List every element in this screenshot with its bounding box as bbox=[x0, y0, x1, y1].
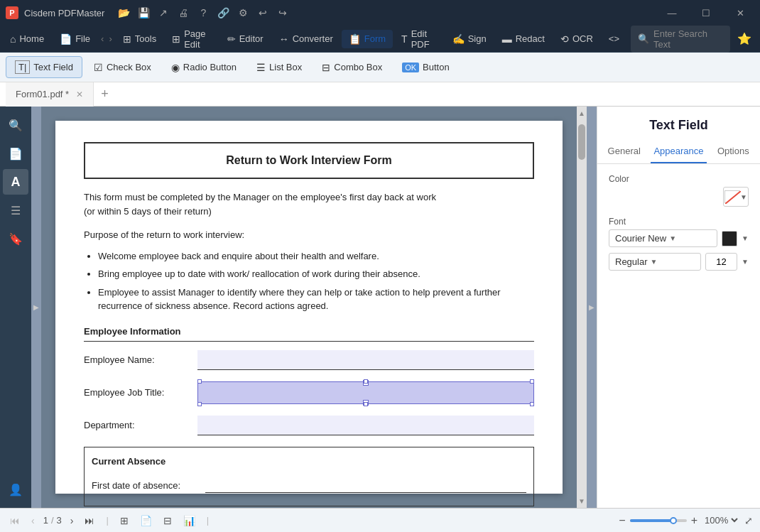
menu-tools[interactable]: ⊞ Tools bbox=[116, 30, 163, 48]
panel-body: Color ▼ bbox=[597, 164, 760, 281]
menu-sign[interactable]: ✍ Sign bbox=[445, 30, 494, 48]
zoom-dropdown[interactable]: 100% 75% 125% 150% bbox=[702, 514, 740, 526]
field-box-name[interactable] bbox=[197, 350, 534, 370]
pdf-bullets: Welcome employee back and enquire about … bbox=[98, 249, 534, 313]
menu-redact[interactable]: ▬ Redact bbox=[495, 30, 552, 48]
zoom-plus-button[interactable]: + bbox=[691, 514, 697, 527]
scroll-knob[interactable] bbox=[578, 124, 585, 160]
pdf-bullet-3: Employee to assist Manager to identify w… bbox=[98, 286, 534, 313]
handle-tl bbox=[197, 379, 202, 384]
tab-form01[interactable]: Form01.pdf * ✕ bbox=[6, 82, 94, 107]
toolbar: T| Text Field ☑ Check Box ◉ Radio Button… bbox=[0, 53, 760, 82]
font-color-arrow[interactable]: ▼ bbox=[742, 234, 749, 242]
nav-next-button[interactable]: › bbox=[67, 514, 77, 528]
menu-edit-pdf[interactable]: T Edit PDF bbox=[394, 25, 444, 53]
search-box[interactable]: 🔍 Enter Search Text bbox=[631, 26, 730, 53]
button-button[interactable]: OK Button bbox=[393, 58, 458, 76]
zoom-controls: − + 100% 75% 125% 150% ⤢ bbox=[619, 514, 753, 527]
split-icon[interactable]: ⊟ bbox=[161, 514, 175, 528]
sidebar-text-icon[interactable]: A bbox=[3, 169, 28, 195]
font-style-dropdown[interactable]: Regular ▼ bbox=[609, 253, 701, 271]
search-placeholder: Enter Search Text bbox=[653, 28, 723, 50]
sidebar-user-icon[interactable]: 👤 bbox=[3, 477, 28, 502]
open-file-icon[interactable]: 📂 bbox=[116, 5, 131, 21]
menu-page-edit[interactable]: ⊞ Page Edit bbox=[165, 25, 219, 53]
font-size-arrow[interactable]: ▼ bbox=[742, 258, 749, 266]
sidebar-bookmark-icon[interactable]: 🔖 bbox=[3, 226, 28, 251]
menu-file[interactable]: 📄 File bbox=[53, 30, 97, 48]
font-size-input[interactable] bbox=[705, 253, 737, 271]
expand-button[interactable]: ⤢ bbox=[744, 515, 753, 526]
zoom-bar[interactable] bbox=[630, 519, 687, 522]
nav-prev-button[interactable]: ‹ bbox=[28, 514, 38, 528]
sidebar-search-icon[interactable]: 🔍 bbox=[3, 112, 28, 138]
sidebar-left: 🔍 📄 A ☰ 🔖 👤 bbox=[0, 107, 31, 508]
right-panel-arrow[interactable]: ▶ bbox=[587, 107, 597, 508]
field-box-title[interactable] bbox=[197, 381, 534, 404]
pdf-viewer[interactable]: Return to Work Interview Form This form … bbox=[41, 107, 577, 508]
zoom-thumb[interactable] bbox=[670, 517, 677, 524]
panel-tab-options[interactable]: Options bbox=[707, 140, 760, 163]
nav-first-button[interactable]: ⏮ bbox=[7, 514, 23, 528]
save-icon[interactable]: 💾 bbox=[136, 5, 151, 21]
color-picker[interactable]: ▼ bbox=[723, 187, 749, 207]
field-label-title: Employee Job Title: bbox=[84, 386, 197, 400]
scroll-track[interactable] bbox=[577, 119, 587, 496]
panel-tabs: General Appearance Options bbox=[597, 140, 760, 164]
menu-editor[interactable]: ✏ Editor bbox=[220, 30, 271, 48]
font-color-picker[interactable] bbox=[722, 231, 737, 246]
nav-back[interactable]: ‹ bbox=[99, 31, 106, 47]
menu-nav: ‹ › bbox=[99, 31, 114, 47]
extract-icon[interactable]: 📄 bbox=[137, 514, 155, 528]
sidebar-list-icon[interactable]: ☰ bbox=[3, 197, 28, 223]
menu-form[interactable]: 📋 Form bbox=[342, 30, 393, 48]
print-icon[interactable]: 🖨 bbox=[175, 5, 191, 21]
maximize-button[interactable]: ☐ bbox=[692, 0, 720, 26]
check-box-button[interactable]: ☑ Check Box bbox=[85, 58, 160, 77]
field-box-dept[interactable] bbox=[197, 416, 534, 435]
button-icon: OK bbox=[402, 63, 419, 72]
menu-code[interactable]: <> bbox=[602, 30, 626, 48]
zoom-minus-button[interactable]: − bbox=[619, 514, 625, 527]
check-box-icon: ☑ bbox=[94, 62, 103, 73]
share-icon[interactable]: ↗ bbox=[156, 5, 171, 21]
field-row-title: Employee Job Title: bbox=[84, 381, 534, 404]
close-button[interactable]: ✕ bbox=[726, 0, 754, 26]
sidebar-pages-icon[interactable]: 📄 bbox=[3, 141, 28, 166]
font-name-value: Courier New bbox=[615, 233, 666, 244]
bookmark-icon[interactable]: ⭐ bbox=[732, 29, 757, 48]
minimize-button[interactable]: — bbox=[658, 0, 686, 26]
scroll-bar-v[interactable]: ▲ ▼ bbox=[577, 107, 587, 508]
new-tab-button[interactable]: + bbox=[94, 82, 116, 107]
panel-tab-general[interactable]: General bbox=[597, 140, 651, 163]
menu-redact-label: Redact bbox=[516, 33, 545, 44]
menu-home[interactable]: ⌂ Home bbox=[3, 30, 51, 48]
panel-collapse-arrow[interactable]: ▶ bbox=[31, 107, 41, 508]
link-icon[interactable]: 🔗 bbox=[215, 5, 231, 21]
redo-icon[interactable]: ↪ bbox=[275, 5, 291, 21]
save-layout-icon[interactable]: ⊞ bbox=[117, 514, 131, 528]
absence-field-line[interactable] bbox=[205, 477, 526, 493]
combo-box-button[interactable]: ⊟ Combo Box bbox=[313, 58, 391, 77]
radio-button-button[interactable]: ◉ Radio Button bbox=[163, 58, 245, 77]
undo-icon[interactable]: ↩ bbox=[255, 5, 271, 21]
view-icon[interactable]: 📊 bbox=[180, 514, 198, 528]
menu-converter[interactable]: ↔ Converter bbox=[272, 30, 340, 48]
menu-ocr[interactable]: ⟲ OCR bbox=[553, 30, 600, 48]
zoom-filled bbox=[630, 519, 673, 522]
help-icon[interactable]: ? bbox=[195, 5, 211, 21]
tab-close-icon[interactable]: ✕ bbox=[76, 89, 83, 99]
text-field-button[interactable]: T| Text Field bbox=[6, 56, 82, 78]
nav-last-button[interactable]: ⏭ bbox=[82, 514, 97, 528]
main-area: 🔍 📄 A ☰ 🔖 👤 ▶ Return to Work Interview F… bbox=[0, 107, 760, 508]
panel-tab-appearance[interactable]: Appearance bbox=[651, 140, 706, 163]
font-name-dropdown[interactable]: Courier New ▼ bbox=[609, 229, 717, 247]
list-box-button[interactable]: ☰ List Box bbox=[248, 58, 310, 77]
scroll-down-arrow[interactable]: ▼ bbox=[577, 496, 587, 506]
nav-fwd[interactable]: › bbox=[107, 31, 114, 47]
panel-title: Text Field bbox=[597, 107, 760, 140]
settings-icon[interactable]: ⚙ bbox=[235, 5, 251, 21]
scroll-up-arrow[interactable]: ▲ bbox=[577, 108, 587, 119]
titlebar: P Cisdem PDFMaster 📂 💾 ↗ 🖨 ? 🔗 ⚙ ↩ ↪ — ☐… bbox=[0, 0, 760, 26]
color-dropdown-arrow[interactable]: ▼ bbox=[740, 193, 747, 201]
